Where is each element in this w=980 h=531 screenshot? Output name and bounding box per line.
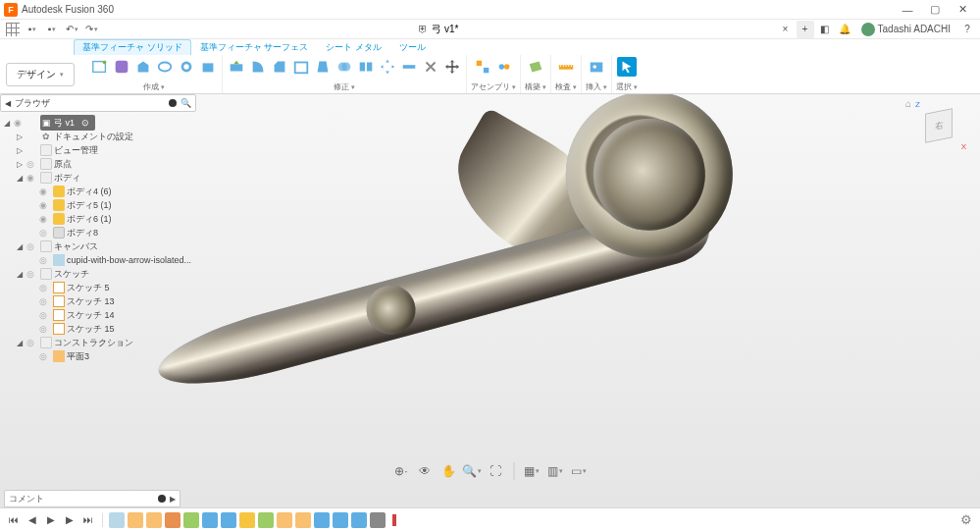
timeline-play-button[interactable]: ▶	[43, 512, 59, 528]
tab-tools[interactable]: ツール	[390, 39, 435, 55]
timeline-marker[interactable]	[392, 514, 396, 526]
workspace-switcher[interactable]: デザイン▾	[6, 63, 75, 86]
plane-icon[interactable]	[526, 57, 545, 77]
redo-button[interactable]: ↷▾	[82, 21, 100, 38]
maximize-button[interactable]: ▢	[921, 0, 949, 20]
node-sketch5[interactable]: ◎スケッチ 5	[2, 281, 196, 294]
document-tab[interactable]: ⛨ 弓 v1*	[410, 21, 466, 38]
orbit-button[interactable]: ⊕·	[392, 462, 410, 480]
settings-dot-icon[interactable]	[169, 99, 177, 107]
node-body5[interactable]: ◉ボディ5 (1)	[2, 198, 196, 212]
timeline-track[interactable]	[392, 517, 974, 523]
node-body4[interactable]: ◉ボディ4 (6)	[2, 185, 196, 198]
timeline-first-button[interactable]: ⏮	[6, 512, 22, 528]
ribbon-label-select[interactable]: 選択▾	[616, 81, 638, 93]
tab-solid[interactable]: 基準フィーチャ ソリッド	[74, 39, 191, 55]
ribbon-label-insert[interactable]: 挿入▾	[586, 81, 607, 93]
timeline-last-button[interactable]: ⏭	[80, 512, 96, 528]
expand-icon[interactable]: ▶	[170, 495, 176, 504]
draft-icon[interactable]	[313, 57, 333, 77]
timeline-feature[interactable]	[202, 512, 218, 528]
view-cube[interactable]: ⌂ Z 右 X	[917, 104, 960, 147]
minimize-button[interactable]: —	[894, 0, 921, 20]
browser-header[interactable]: ◀ ブラウザ 🔍	[0, 94, 196, 112]
user-account[interactable]: Tadashi ADACHI	[855, 23, 956, 36]
timeline-feature[interactable]	[295, 512, 311, 528]
node-doc-settings[interactable]: ▷✿ドキュメントの設定	[2, 130, 196, 143]
node-sketch14[interactable]: ◎スケッチ 14	[2, 308, 196, 322]
measure-icon[interactable]	[556, 57, 576, 77]
shell-icon[interactable]	[291, 57, 311, 77]
comments-panel[interactable]: コメント ▶	[4, 490, 181, 507]
timeline-feature[interactable]	[165, 512, 181, 528]
timeline-feature[interactable]	[109, 512, 125, 528]
grid-settings-button[interactable]: ▥▾	[546, 462, 564, 480]
combine-icon[interactable]	[335, 57, 354, 77]
joint-icon[interactable]	[494, 57, 514, 77]
sketch-icon[interactable]	[90, 57, 110, 77]
undo-button[interactable]: ↶▾	[63, 21, 80, 38]
timeline-feature[interactable]	[277, 512, 292, 528]
insert-icon[interactable]	[587, 57, 606, 77]
timeline-feature[interactable]	[258, 512, 274, 528]
timeline-feature[interactable]	[333, 512, 348, 528]
select-icon[interactable]	[617, 57, 637, 77]
timeline-feature[interactable]	[146, 512, 162, 528]
hole-icon[interactable]	[177, 57, 196, 77]
timeline-feature[interactable]	[370, 512, 386, 528]
revolve-icon[interactable]	[155, 57, 175, 77]
node-sketch13[interactable]: ◎スケッチ 13	[2, 294, 196, 308]
ribbon-label-assembly[interactable]: アセンブリ▾	[471, 81, 516, 93]
node-view-mgmt[interactable]: ▷ビュー管理	[2, 143, 196, 157]
node-plane3[interactable]: ◎平面3	[2, 349, 196, 363]
timeline-feature[interactable]	[128, 512, 143, 528]
file-menu-button[interactable]: ▪▾	[24, 21, 41, 38]
node-body6[interactable]: ◉ボディ6 (1)	[2, 212, 196, 226]
node-bodies[interactable]: ◢◉ボディ	[2, 171, 196, 185]
timeline-prev-button[interactable]: ◀	[25, 512, 40, 528]
timeline-feature[interactable]	[183, 512, 199, 528]
node-construction[interactable]: ◢◎コンストラクション	[2, 336, 196, 349]
ribbon-label-inspect[interactable]: 検査▾	[555, 81, 577, 93]
close-doc-button[interactable]: ×	[777, 21, 795, 38]
chamfer-icon[interactable]	[270, 57, 289, 77]
timeline-feature[interactable]	[314, 512, 330, 528]
home-view-icon[interactable]: ⌂	[905, 98, 911, 109]
box-icon[interactable]	[198, 57, 218, 77]
root-node-row[interactable]: ◢◉▣弓 v1⊙	[2, 116, 196, 130]
node-canvas1[interactable]: ◎cupid-with-bow-arrow-isolated...	[2, 253, 196, 267]
close-window-button[interactable]: ✕	[949, 0, 976, 20]
ribbon-label-create[interactable]: 作成▾	[143, 81, 165, 93]
timeline-feature[interactable]	[351, 512, 367, 528]
cross-arrows-icon[interactable]	[442, 57, 462, 77]
viewports-button[interactable]: ▭▾	[570, 462, 588, 480]
fit-button[interactable]: ⛶	[487, 462, 504, 480]
node-sketch15[interactable]: ◎スケッチ 15	[2, 322, 196, 336]
timeline-feature[interactable]	[221, 512, 236, 528]
cube-face[interactable]: 右	[925, 108, 953, 143]
extensions-button[interactable]: ◧	[816, 21, 834, 38]
notifications-button[interactable]: 🔔	[836, 21, 853, 38]
data-panel-button[interactable]	[4, 21, 22, 38]
ribbon-label-modify[interactable]: 修正▾	[334, 81, 355, 93]
ribbon-label-construct[interactable]: 構築▾	[525, 81, 546, 93]
extrude-icon[interactable]	[133, 57, 153, 77]
fillet-icon[interactable]	[248, 57, 268, 77]
component-icon[interactable]	[473, 57, 492, 77]
split-icon[interactable]	[356, 57, 376, 77]
zoom-button[interactable]: 🔍▾	[463, 462, 481, 480]
settings-dot-icon[interactable]	[158, 495, 166, 503]
tab-sheetmetal[interactable]: シート メタル	[317, 39, 390, 55]
node-body8[interactable]: ◎ボディ8	[2, 226, 196, 239]
delete-icon[interactable]	[421, 57, 440, 77]
display-settings-button[interactable]: ▦▾	[523, 462, 541, 480]
look-button[interactable]: 👁	[416, 462, 434, 480]
node-canvases[interactable]: ◢◎キャンバス	[2, 239, 196, 253]
align-icon[interactable]	[399, 57, 419, 77]
presspull-icon[interactable]	[227, 57, 246, 77]
form-icon[interactable]	[112, 57, 131, 77]
move-icon[interactable]	[378, 57, 397, 77]
new-doc-button[interactable]: +	[797, 21, 814, 38]
pan-button[interactable]: ✋	[439, 462, 457, 480]
timeline-feature[interactable]	[239, 512, 255, 528]
